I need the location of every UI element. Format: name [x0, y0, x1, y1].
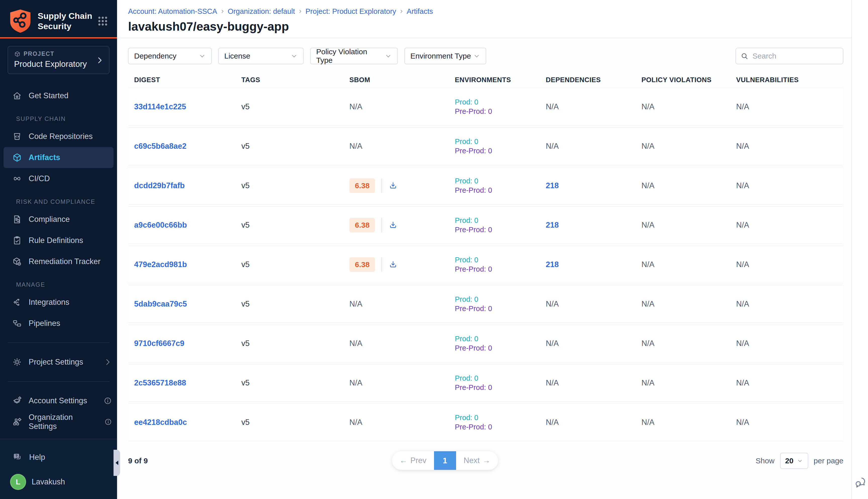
env-preprod: Pre-Prod: 0 [455, 383, 546, 392]
sidebar-item-code-repositories[interactable]: Code Repositories [0, 126, 117, 147]
sidebar-item-rule-definitions[interactable]: Rule Definitions [0, 230, 117, 251]
sidebar-item-help[interactable]: ? Help [0, 447, 117, 468]
column-header: DEPENDENCIES [546, 76, 642, 84]
environments-cell: Prod: 0 Pre-Prod: 0 [455, 374, 546, 392]
layers-gear-icon [12, 396, 22, 406]
sidebar-collapse-handle[interactable] [113, 450, 120, 476]
cube-icon [12, 153, 22, 162]
sidebar-item-integrations[interactable]: Integrations [0, 292, 117, 313]
infinity-icon [12, 174, 22, 184]
dependencies-link[interactable]: 218 [546, 181, 642, 190]
table-header: DIGESTTAGSSBOMENVIRONMENTSDEPENDENCIESPO… [128, 72, 843, 88]
dependencies-link[interactable]: 218 [546, 260, 642, 269]
info-icon[interactable] [103, 397, 112, 405]
pipeline-icon [12, 318, 22, 328]
environments-cell: Prod: 0 Pre-Prod: 0 [455, 177, 546, 195]
sidebar-item-account-settings[interactable]: Account Settings [0, 390, 117, 411]
clipboard-check-icon [12, 235, 22, 245]
digest-link[interactable]: ee4218cdba0c [134, 418, 241, 427]
sidebar-divider [8, 381, 110, 382]
svg-text:?: ? [15, 454, 17, 458]
digest-link[interactable]: a9c6e00c66bb [134, 221, 241, 230]
per-page-select[interactable]: 20 [780, 453, 808, 469]
sidebar-item-get-started[interactable]: Get Started [0, 85, 117, 106]
search-input[interactable] [753, 52, 838, 60]
breadcrumb-link[interactable]: Organization: default [228, 7, 295, 15]
digest-link[interactable]: 479e2acd981b [134, 260, 241, 269]
dependencies-cell: N/A [546, 142, 642, 151]
filter-policy-violation-type[interactable]: Policy Violation Type [310, 48, 398, 64]
main-content: Account: Automation-SSCA›Organization: d… [117, 0, 868, 499]
table-row: 2c5365718e88v5N/A Prod: 0 Pre-Prod: 0N/A… [128, 364, 843, 402]
digest-link[interactable]: 2c5365718e88 [134, 378, 241, 387]
sidebar-item-label: Integrations [29, 298, 69, 307]
tag-cell: v5 [241, 102, 349, 111]
env-preprod: Pre-Prod: 0 [455, 225, 546, 234]
next-button[interactable]: Next → [456, 451, 498, 470]
env-prod: Prod: 0 [455, 216, 546, 225]
column-header: POLICY VIOLATIONS [642, 76, 736, 84]
digest-link[interactable]: 33d114e1c225 [134, 102, 241, 111]
filter-license[interactable]: License [218, 48, 303, 64]
vulnerabilities-cell: N/A [736, 300, 843, 308]
table-row: ee4218cdba0cv5N/A Prod: 0 Pre-Prod: 0N/A… [128, 403, 843, 441]
chevron-down-icon [290, 52, 298, 60]
supply-chain-security-logo-icon [9, 9, 32, 34]
policy-violations-cell: N/A [642, 142, 736, 151]
project-selector[interactable]: PROJECT Product Exploratory [8, 46, 110, 74]
info-icon[interactable] [104, 417, 112, 426]
sbom-divider [382, 179, 382, 193]
digest-link[interactable]: 5dab9caa79c5 [134, 300, 241, 308]
env-prod: Prod: 0 [455, 295, 546, 304]
pager: ← Prev 1 Next → [392, 451, 498, 470]
breadcrumb-link[interactable]: Project: Product Exploratory [306, 7, 396, 15]
download-sbom-button[interactable] [388, 221, 398, 230]
chevron-down-icon [385, 52, 392, 60]
sidebar-item-compliance[interactable]: Compliance [0, 209, 117, 230]
sidebar-item-project-settings[interactable]: Project Settings [0, 352, 117, 373]
page-1-button[interactable]: 1 [434, 451, 456, 470]
table-row: 9710cf6667c9v5N/A Prod: 0 Pre-Prod: 0N/A… [128, 325, 843, 362]
sidebar: Supply Chain Security PROJECT Product Ex… [0, 0, 117, 499]
sbom-divider [382, 257, 382, 272]
box-wrench-icon [12, 257, 22, 267]
prev-button[interactable]: ← Prev [392, 451, 434, 470]
download-sbom-button[interactable] [388, 181, 398, 190]
page-title: lavakush07/easy-buggy-app [128, 20, 843, 34]
filter-dependency[interactable]: Dependency [128, 48, 212, 64]
environments-cell: Prod: 0 Pre-Prod: 0 [455, 137, 546, 156]
sidebar-section-label: MANAGE [16, 281, 117, 288]
share-icon [12, 297, 22, 307]
sidebar-item-label: Remediation Tracker [29, 257, 100, 266]
digest-link[interactable]: dcdd29b7fafb [134, 181, 241, 190]
breadcrumb-link[interactable]: Artifacts [407, 7, 433, 15]
sbom-cell: N/A [349, 418, 455, 427]
dependencies-cell: N/A [546, 300, 642, 308]
sidebar-item-pipelines[interactable]: Pipelines [0, 313, 117, 334]
digest-link[interactable]: 9710cf6667c9 [134, 339, 241, 348]
sidebar-item-remediation-tracker[interactable]: Remediation Tracker [0, 251, 117, 272]
download-sbom-button[interactable] [388, 260, 398, 269]
sidebar-item-label: Rule Definitions [29, 236, 83, 245]
filter-environment-type[interactable]: Environment Type [404, 48, 486, 64]
org-gear-icon [12, 417, 22, 427]
module-grid-icon[interactable] [97, 15, 109, 27]
gear-icon [12, 357, 22, 367]
chat-support-button[interactable] [854, 476, 866, 488]
digest-link[interactable]: c69c5b6a8ae2 [134, 142, 241, 151]
breadcrumb-link[interactable]: Account: Automation-SSCA [128, 7, 217, 15]
policy-violations-cell: N/A [642, 221, 736, 230]
chevron-down-icon [473, 52, 480, 60]
tag-cell: v5 [241, 339, 349, 348]
sbom-score-badge: 6.38 [349, 257, 375, 272]
env-prod: Prod: 0 [455, 97, 546, 107]
user-menu[interactable]: L Lavakush [0, 471, 117, 492]
dependencies-link[interactable]: 218 [546, 221, 642, 230]
sbom-cell: 6.38 [349, 218, 455, 232]
sidebar-item-organization-settings[interactable]: Organization Settings [0, 411, 117, 433]
arrow-left-icon: ← [400, 456, 407, 465]
sidebar-item-label: Artifacts [29, 153, 60, 162]
tag-cell: v5 [241, 260, 349, 269]
sidebar-item-cicd[interactable]: CI/CD [0, 168, 117, 189]
sidebar-item-artifacts[interactable]: Artifacts [3, 147, 113, 168]
